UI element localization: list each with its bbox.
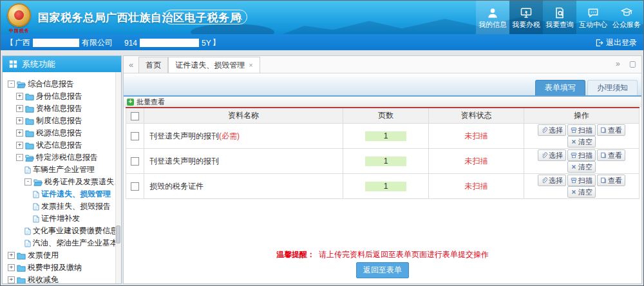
nav-interaction-center[interactable]: 互动中心	[576, 1, 610, 34]
tree-item[interactable]: 汽油、柴油生产企业基本情况登记	[5, 237, 116, 249]
tree-item-label: 发票挂失、损毁报告	[41, 201, 111, 212]
view-button[interactable]: 查看	[597, 175, 625, 186]
view-icon	[600, 127, 607, 133]
collapse-icon[interactable]: -	[24, 178, 32, 186]
tree-item[interactable]: 车辆生产企业管理	[5, 164, 116, 176]
etax-window: 中国税务 国家税务总局广西壮族自治区电子税务局 我的信息我要办税我要查询互动中心…	[0, 0, 644, 286]
paperclip-icon	[541, 127, 547, 133]
view-button[interactable]: 查看	[597, 124, 625, 136]
scan-button[interactable]: 扫描	[567, 175, 596, 186]
tree-item[interactable]: +税费申报及缴纳	[5, 262, 116, 274]
tree-item[interactable]: -特定涉税信息报告	[5, 151, 116, 164]
row-checkbox[interactable]	[131, 132, 139, 140]
company-name-suffix: 有限公司	[82, 37, 113, 48]
logout-button[interactable]: 退出登录	[595, 37, 637, 48]
tree-item-label: 发票使用	[28, 250, 59, 261]
tree-item-label: 证件遗失、损毁管理	[41, 189, 111, 200]
folder-icon	[17, 276, 26, 284]
expand-icon[interactable]: +	[16, 142, 23, 149]
expand-icon[interactable]: +	[16, 105, 23, 112]
row-checkbox[interactable]	[131, 182, 139, 191]
tree-item-label: 文化事业建设费缴费信息报告	[33, 225, 116, 236]
tree-item[interactable]: +身份信息报告	[5, 90, 116, 102]
table-body: 刊登遗失声明的报刊(必需)1未扫描选择扫描查看清空刊登遗失声明的报刊1未扫描选择…	[126, 124, 639, 199]
clear-button[interactable]: 清空	[567, 161, 596, 173]
collapse-icon[interactable]: -	[16, 154, 23, 161]
row-checkbox[interactable]	[131, 157, 139, 166]
form-fill-tab[interactable]: 表单填写	[535, 80, 585, 95]
header-nav: 我的信息我要办税我要查询互动中心公众服务	[476, 1, 643, 34]
tab-label: 首页	[146, 60, 161, 71]
folder-icon	[17, 264, 26, 272]
scan-button[interactable]: 扫描	[567, 124, 596, 136]
folder-icon	[25, 105, 34, 113]
expand-icon[interactable]: +	[8, 276, 15, 283]
expand-icon[interactable]: +	[8, 252, 15, 259]
tree-item[interactable]: +状态信息报告	[5, 139, 116, 151]
tree-item[interactable]: -综合信息报告	[5, 78, 116, 90]
scan-icon	[571, 177, 577, 184]
tree-item[interactable]: 证件增补发	[5, 213, 116, 225]
redacted-company-name	[33, 39, 79, 47]
select-file-button[interactable]: 选择	[538, 149, 566, 161]
tabs-scroll-right-icon[interactable]: »	[616, 59, 620, 68]
tree-item[interactable]: +税源信息报告	[5, 127, 116, 139]
batch-view-button[interactable]: 批量查看	[137, 97, 165, 107]
folder-icon	[25, 93, 34, 100]
sidebar-scrollbar[interactable]	[115, 72, 121, 283]
tree-item[interactable]: +发票使用	[5, 249, 116, 262]
clear-icon	[571, 189, 577, 195]
clear-icon	[571, 164, 577, 170]
scan-button[interactable]: 扫描	[567, 149, 596, 161]
nav-my-info[interactable]: 我的信息	[476, 1, 509, 34]
tree-item-label: 税费申报及缴纳	[28, 262, 82, 273]
tree-item[interactable]: +税收减免	[5, 274, 116, 284]
notice-tab[interactable]: 办理须知	[587, 80, 638, 95]
select-file-button[interactable]: 选择	[538, 124, 566, 136]
expand-icon[interactable]: +	[16, 93, 23, 100]
scrollbar-thumb[interactable]	[116, 225, 120, 243]
taxpayer-id-prefix: 914	[124, 39, 137, 48]
tabs-scroll-left-icon[interactable]: «	[129, 60, 133, 70]
warning-text: 请上传完资料后返回至表单页面进行表单提交操作	[319, 250, 489, 259]
document-name: 损毁的税务证件	[149, 182, 204, 191]
doc-search-icon	[553, 6, 566, 19]
tab-home[interactable]: 首页	[138, 57, 168, 73]
tree-item[interactable]: 发票挂失、损毁报告	[5, 200, 116, 213]
tree-item[interactable]: +资格信息报告	[5, 102, 116, 115]
scan-icon	[571, 152, 577, 158]
clear-button[interactable]: 清空	[567, 186, 596, 198]
logo-caption: 中国税务	[3, 28, 35, 34]
clear-button[interactable]: 清空	[567, 136, 596, 148]
expand-icon[interactable]: +	[16, 117, 23, 124]
select-file-button[interactable]: 选择	[538, 175, 566, 186]
folder-icon	[25, 117, 34, 125]
action-band: 表单填写 办理须知	[124, 73, 641, 97]
return-to-form-button[interactable]: 返回至表单	[356, 262, 409, 278]
sidebar-tree: -综合信息报告+身份信息报告+资格信息报告+制度信息报告+税源信息报告+状态信息…	[3, 72, 121, 284]
nav-tax-query[interactable]: 我要查询	[543, 1, 576, 34]
close-icon[interactable]: ×	[249, 61, 252, 69]
view-button[interactable]: 查看	[597, 149, 625, 161]
collapse-icon[interactable]: -	[8, 81, 15, 88]
expand-icon[interactable]: +	[8, 264, 15, 271]
tab-certificate-loss[interactable]: 证件遗失、损毁管理 ×	[168, 57, 260, 73]
tree-item[interactable]: -税务证件及发票遗失、损毁报告	[5, 176, 116, 188]
expand-icon[interactable]: +	[16, 129, 23, 137]
sidebar: 系统功能 -综合信息报告+身份信息报告+资格信息报告+制度信息报告+税源信息报告…	[2, 55, 122, 284]
select-all-checkbox[interactable]	[131, 112, 139, 120]
maximize-icon[interactable]: ▢	[629, 59, 636, 68]
column-header-pages: 页数	[343, 108, 429, 124]
nav-do-tax[interactable]: 我要办税	[509, 1, 543, 34]
tree-item[interactable]: +制度信息报告	[5, 115, 116, 127]
tree-item[interactable]: 文化事业建设费缴费信息报告	[5, 225, 116, 237]
tree-item-label: 制度信息报告	[36, 115, 82, 126]
folder-open-icon	[33, 178, 43, 186]
search-icon[interactable]	[234, 12, 243, 21]
view-icon	[600, 152, 607, 158]
pages-count: 1	[365, 182, 406, 191]
chat-icon	[587, 6, 600, 19]
nav-public-service[interactable]: 公众服务	[610, 1, 643, 34]
folder-icon	[17, 252, 26, 260]
tree-item[interactable]: 证件遗失、损毁管理	[5, 188, 116, 200]
